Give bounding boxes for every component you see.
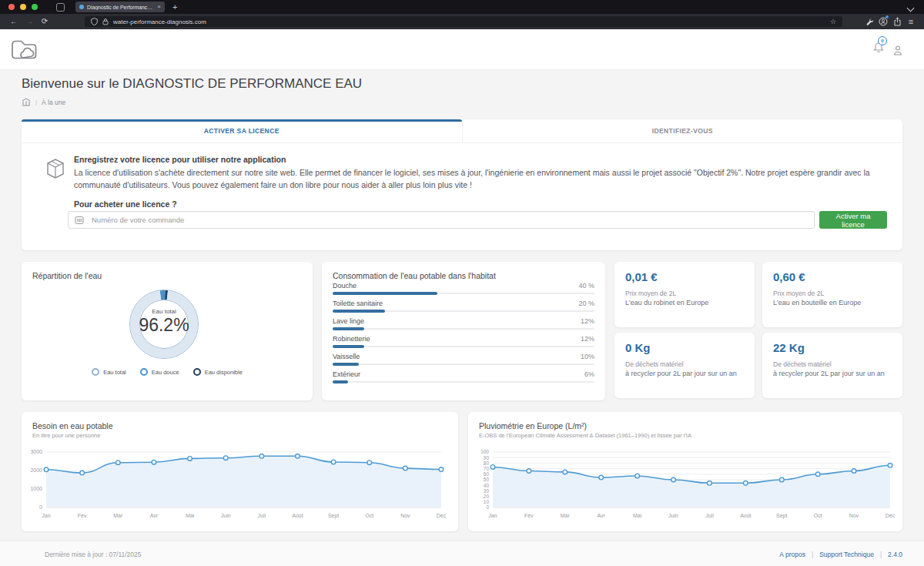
breadcrumb: | À la une: [22, 98, 65, 106]
wrench-icon[interactable]: [862, 18, 876, 26]
svg-text:3000: 3000: [30, 449, 42, 454]
breadcrumb-item[interactable]: À la une: [42, 99, 65, 106]
menu-hamburger-icon[interactable]: ≡: [904, 17, 918, 26]
svg-text:Juil: Juil: [258, 513, 266, 518]
tab-close-icon[interactable]: ×: [157, 4, 161, 10]
page-title: Bienvenue sur le DIAGNOSTIC DE PERFORMAN…: [22, 76, 362, 92]
about-link[interactable]: A propos: [779, 551, 805, 558]
svg-text:40: 40: [484, 483, 490, 488]
svg-text:Fév: Fév: [524, 513, 534, 518]
svg-text:Août: Août: [292, 513, 303, 518]
chart-title: Pluviométrie en Europe (L/m²): [479, 421, 587, 430]
back-button[interactable]: ←: [6, 18, 22, 25]
stat-value: 0,01 €: [625, 270, 744, 283]
donut-center-label: Eau total 96.2%: [122, 308, 206, 336]
consumption-row: Vaisselle10%: [333, 353, 594, 366]
url-text: water-performance-diagnosis.com: [113, 18, 825, 25]
notification-badge: 0: [878, 36, 887, 45]
stat-card: 0 KgDe déchets matérielà recycler pour 2…: [614, 333, 755, 398]
order-number-input[interactable]: [68, 211, 815, 229]
browser-toolbar: ← → ⟳ water-performance-diagnosis.com ☆ …: [0, 14, 924, 29]
stat-line1: De déchets matériel: [625, 360, 744, 368]
forward-button[interactable]: →: [22, 18, 37, 25]
order-number-field[interactable]: [90, 215, 808, 225]
license-input-row: Activer ma licence: [68, 211, 887, 229]
activate-license-button[interactable]: Activer ma licence: [819, 211, 887, 229]
svg-text:Mar: Mar: [561, 513, 571, 518]
tab-title: Diagnostic de Performance Eau: [87, 5, 154, 10]
license-description: La licence d'utilisation s'achète direct…: [74, 167, 886, 192]
consumption-row: Extérieur6%: [333, 370, 594, 383]
svg-text:Mai: Mai: [186, 513, 195, 518]
stat-card: 0,60 €Prix moyen de 2LL'eau en bouteille…: [762, 262, 902, 327]
close-window-button[interactable]: [8, 4, 15, 10]
consumption-list: Douche40 %Toilette sanitaire20 %Lave lin…: [333, 282, 594, 388]
footer-links: A propos | Support Technique | 2.4.0: [779, 551, 902, 558]
tab-identifiez-vous[interactable]: IDENTIFIEZ-VOUS: [462, 119, 903, 142]
svg-text:2000: 2000: [30, 467, 42, 473]
legend-label: Eau total: [103, 369, 126, 376]
svg-text:Nov: Nov: [849, 513, 859, 518]
svg-text:0: 0: [39, 504, 42, 510]
svg-text:30: 30: [484, 488, 490, 494]
new-tab-button[interactable]: +: [172, 3, 177, 12]
legend-item[interactable]: Eau total: [92, 368, 126, 376]
traffic-lights: [8, 4, 38, 10]
water-distribution-card: Répartition de l'eau Eau total 96.2% Eau…: [22, 262, 313, 400]
svg-text:Jan: Jan: [42, 513, 50, 518]
support-link[interactable]: Support Technique: [819, 551, 874, 558]
card-title: Consommation de l'eau potable dans l'hab…: [333, 271, 496, 280]
consumption-value: 6%: [584, 370, 594, 378]
stat-line1: Prix moyen de 2L: [773, 290, 892, 297]
last-update-text: Dernière mise à jour : 07/11/2025: [45, 551, 142, 558]
tab-overview-icon[interactable]: [56, 3, 65, 12]
legend-item[interactable]: Eau douce: [140, 368, 179, 376]
lock-icon: [102, 18, 109, 25]
svg-text:Oct: Oct: [365, 513, 373, 518]
consumption-label: Vaisselle: [333, 353, 360, 360]
minimize-window-button[interactable]: [20, 4, 26, 10]
shield-icon: [91, 18, 98, 25]
consumption-row: Robinetterie12%: [333, 335, 594, 348]
tab-activer-sa-licence[interactable]: ACTIVER SA LICENCE: [22, 119, 462, 142]
consumption-card: Consommation de l'eau potable dans l'hab…: [322, 262, 605, 400]
license-tabs: ACTIVER SA LICENCE IDENTIFIEZ-VOUS: [22, 119, 902, 143]
besoin-eau-card: Besoin en eau potable En litre pour une …: [22, 412, 458, 531]
account-icon[interactable]: [876, 17, 890, 26]
svg-text:Août: Août: [740, 513, 751, 518]
svg-text:50: 50: [484, 477, 490, 482]
user-profile-icon[interactable]: [893, 45, 902, 59]
notifications-bell-icon[interactable]: 0: [873, 42, 884, 56]
stat-line2: à recycler pour 2L par jour sur un an: [625, 370, 744, 377]
consumption-row: Douche40 %: [333, 282, 594, 295]
svg-text:1000: 1000: [30, 486, 42, 491]
legend-marker-icon: [140, 368, 148, 376]
consumption-row: Lave linge12%: [333, 317, 594, 330]
reload-button[interactable]: ⟳: [37, 18, 52, 25]
consumption-value: 12%: [581, 317, 594, 325]
favicon-icon: [79, 5, 84, 9]
legend-item[interactable]: Eau disponible: [193, 368, 243, 376]
version-text: 2.4.0: [888, 551, 902, 558]
url-bar[interactable]: water-performance-diagnosis.com ☆: [85, 16, 842, 27]
account-notification-dot: [886, 15, 889, 18]
list-tabs-chevron-icon[interactable]: [908, 0, 913, 14]
browser-tab[interactable]: Diagnostic de Performance Eau ×: [75, 2, 165, 12]
stat-value: 22 Kg: [773, 341, 892, 354]
svg-text:Mai: Mai: [633, 513, 642, 518]
bookmark-star-icon[interactable]: ☆: [830, 18, 836, 25]
stat-card: 0,01 €Prix moyen de 2LL'eau du robinet e…: [614, 262, 755, 327]
consumption-label: Extérieur: [333, 370, 360, 378]
legend-marker-icon: [92, 368, 99, 376]
share-icon[interactable]: [890, 17, 904, 26]
breadcrumb-separator: |: [35, 99, 37, 105]
consumption-label: Robinetterie: [333, 335, 370, 343]
package-box-icon: [45, 156, 66, 223]
stats-grid: 0,01 €Prix moyen de 2LL'eau du robinet e…: [614, 262, 902, 398]
license-heading: Enregistrez votre licence pour utiliser …: [74, 154, 886, 166]
home-bank-icon[interactable]: [22, 98, 31, 106]
zoom-window-button[interactable]: [32, 4, 38, 10]
consumption-label: Toilette sanitaire: [333, 300, 383, 307]
browser-window: Diagnostic de Performance Eau × + ← → ⟳ …: [0, 0, 924, 566]
consumption-bar: [333, 310, 594, 313]
